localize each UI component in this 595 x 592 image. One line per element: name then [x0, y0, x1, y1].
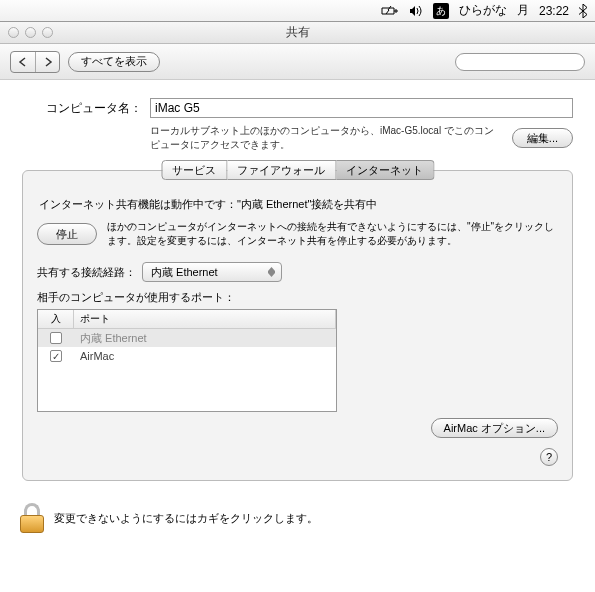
- close-button[interactable]: [8, 27, 19, 38]
- stop-button[interactable]: 停止: [37, 223, 97, 245]
- computer-name-desc: ローカルサブネット上のほかのコンピュータから、iMac-G5.local でこの…: [150, 124, 502, 152]
- ports-label: 相手のコンピュータが使用するポート：: [37, 290, 558, 305]
- internet-sharing-status: インターネット共有機能は動作中です："内蔵 Ethernet"接続を共有中: [39, 197, 558, 212]
- airmac-options-button[interactable]: AirMac オプション...: [431, 418, 558, 438]
- share-from-select[interactable]: 内蔵 Ethernet: [142, 262, 282, 282]
- lock-icon[interactable]: [20, 503, 46, 533]
- forward-button[interactable]: [35, 52, 59, 72]
- stop-desc: ほかのコンピュータがインターネットへの接続を共有できないようにするには、"停止"…: [107, 220, 558, 248]
- traffic-lights: [8, 27, 53, 38]
- tab-services[interactable]: サービス: [161, 160, 227, 180]
- charging-icon[interactable]: [381, 5, 399, 17]
- nav-back-forward: [10, 51, 60, 73]
- port-name: AirMac: [74, 350, 336, 362]
- back-button[interactable]: [11, 52, 35, 72]
- computer-name-input[interactable]: [150, 98, 573, 118]
- lock-row: 変更できないようにするにはカギをクリックします。: [0, 491, 595, 545]
- clock-time[interactable]: 23:22: [539, 4, 569, 18]
- port-row[interactable]: 内蔵 Ethernet: [38, 329, 336, 347]
- clock-day[interactable]: 月: [517, 2, 529, 19]
- tabs: サービス ファイアウォール インターネット: [161, 160, 434, 180]
- volume-icon[interactable]: [409, 5, 423, 17]
- ports-list: 入 ポート 内蔵 Ethernet ✓ AirMac: [37, 309, 337, 412]
- port-row[interactable]: ✓ AirMac: [38, 347, 336, 365]
- window-title: 共有: [286, 24, 310, 41]
- ime-label[interactable]: ひらがな: [459, 2, 507, 19]
- show-all-button[interactable]: すべてを表示: [68, 52, 160, 72]
- tab-internet[interactable]: インターネット: [336, 160, 434, 180]
- help-button[interactable]: ?: [540, 448, 558, 466]
- port-checkbox[interactable]: ✓: [50, 350, 62, 362]
- ports-header-name[interactable]: ポート: [74, 310, 336, 328]
- ports-header: 入 ポート: [38, 310, 336, 329]
- tab-firewall[interactable]: ファイアウォール: [227, 160, 336, 180]
- ime-badge[interactable]: あ: [433, 3, 449, 19]
- titlebar: 共有: [0, 22, 595, 44]
- search-input[interactable]: [460, 56, 595, 68]
- minimize-button[interactable]: [25, 27, 36, 38]
- port-name: 内蔵 Ethernet: [74, 331, 336, 346]
- edit-button[interactable]: 編集...: [512, 128, 573, 148]
- sharing-panel: サービス ファイアウォール インターネット インターネット共有機能は動作中です：…: [22, 170, 573, 481]
- ports-body: 内蔵 Ethernet ✓ AirMac: [38, 329, 336, 411]
- zoom-button[interactable]: [42, 27, 53, 38]
- menubar: あ ひらがな 月 23:22: [0, 0, 595, 22]
- share-from-label: 共有する接続経路：: [37, 265, 136, 280]
- computer-name-label: コンピュータ名：: [22, 100, 142, 117]
- share-from-value: 内蔵 Ethernet: [151, 265, 218, 280]
- toolbar: すべてを表示: [0, 44, 595, 80]
- lock-text: 変更できないようにするにはカギをクリックします。: [54, 511, 318, 526]
- bluetooth-icon[interactable]: [579, 4, 587, 18]
- search-field[interactable]: [455, 53, 585, 71]
- port-checkbox[interactable]: [50, 332, 62, 344]
- ports-header-on[interactable]: 入: [38, 310, 74, 328]
